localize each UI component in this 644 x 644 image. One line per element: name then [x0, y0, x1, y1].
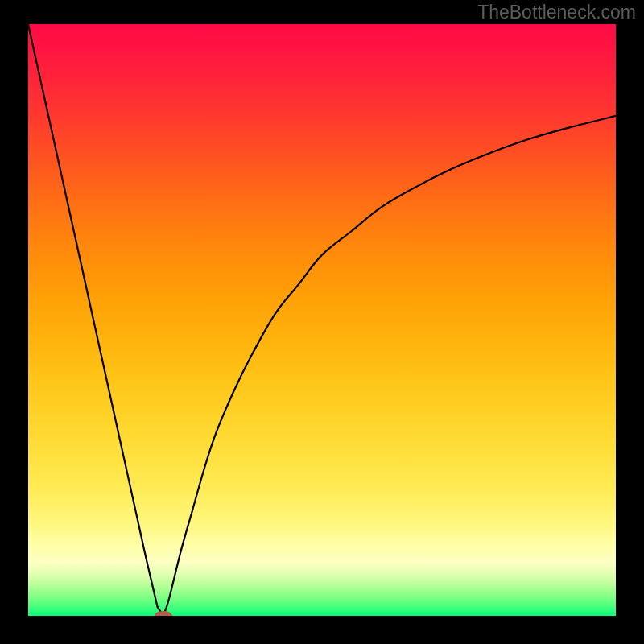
bottleneck-curve — [28, 24, 616, 616]
attribution-text: TheBottleneck.com — [477, 2, 636, 23]
curve-left-branch — [28, 24, 163, 616]
minimum-marker — [155, 611, 172, 616]
chart-frame: TheBottleneck.com — [0, 0, 644, 644]
curve-right-branch — [163, 116, 616, 616]
plot-area — [28, 24, 616, 616]
